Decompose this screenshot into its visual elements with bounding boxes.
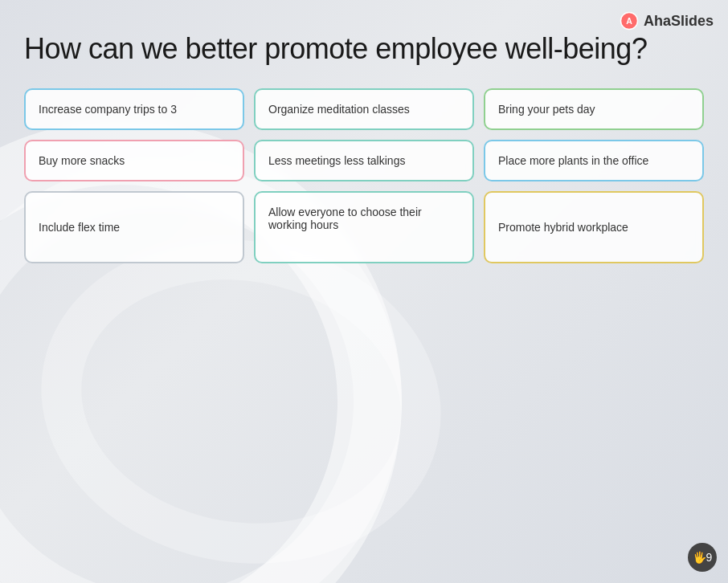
badge-icon: 🖐 <box>693 551 706 564</box>
answer-card-9: Promote hybrid workplace <box>484 191 704 263</box>
participant-badge: 🖐9 <box>688 543 717 572</box>
svg-text:A: A <box>626 16 632 26</box>
answer-card-5: Less meetings less talkings <box>254 140 474 181</box>
answer-card-7: Include flex time <box>24 191 244 263</box>
question-title: How can we better promote employee well-… <box>24 32 704 66</box>
logo-area: A AhaSlides <box>620 11 714 31</box>
answer-card-8: Allow everyone to choose their working h… <box>254 191 474 263</box>
answer-card-6: Place more plants in the office <box>484 140 704 181</box>
answer-card-4: Buy more snacks <box>24 140 244 181</box>
badge-count: 9 <box>706 551 713 564</box>
answer-card-2: Organize meditation classes <box>254 88 474 130</box>
ahaslides-logo-icon: A <box>620 11 639 31</box>
answer-card-3: Bring your pets day <box>484 88 704 130</box>
cards-grid: Increase company trips to 3Organize medi… <box>24 88 704 263</box>
logo-text: AhaSlides <box>644 13 714 30</box>
answer-card-1: Increase company trips to 3 <box>24 88 244 130</box>
main-content: How can we better promote employee well-… <box>0 0 728 279</box>
